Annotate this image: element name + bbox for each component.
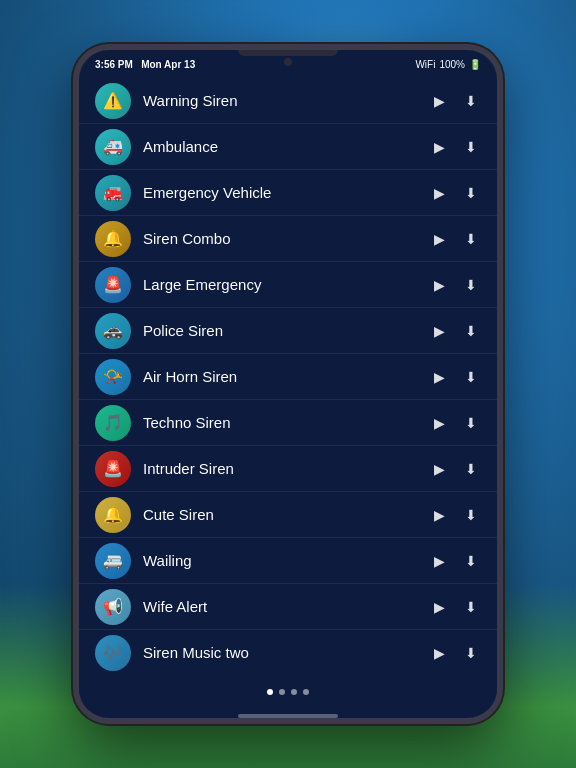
dot-0[interactable] [267, 689, 273, 695]
item-icon-police-siren: 🚓 [95, 313, 131, 349]
item-icon-techno-siren: 🎵 [95, 405, 131, 441]
bottom-bar [79, 674, 497, 710]
list-item-warning-siren[interactable]: ⚠️ Warning Siren ▶ ⬇ [79, 78, 497, 124]
item-label-wife-alert: Wife Alert [143, 598, 430, 615]
list-item-intruder-siren[interactable]: 🚨 Intruder Siren ▶ ⬇ [79, 446, 497, 492]
sound-list: ⚠️ Warning Siren ▶ ⬇ 🚑 Ambulance ▶ ⬇ 🚒 E… [79, 78, 497, 674]
list-item-large-emergency[interactable]: 🚨 Large Emergency ▶ ⬇ [79, 262, 497, 308]
dot-3[interactable] [303, 689, 309, 695]
list-item-siren-music-two[interactable]: 🎶 Siren Music two ▶ ⬇ [79, 630, 497, 674]
dot-2[interactable] [291, 689, 297, 695]
item-actions-warning-siren: ▶ ⬇ [430, 89, 481, 113]
item-icon-siren-music-two: 🎶 [95, 635, 131, 671]
list-item-cute-siren[interactable]: 🔔 Cute Siren ▶ ⬇ [79, 492, 497, 538]
download-button-warning-siren[interactable]: ⬇ [461, 89, 481, 113]
play-button-siren-combo[interactable]: ▶ [430, 227, 449, 251]
play-button-large-emergency[interactable]: ▶ [430, 273, 449, 297]
download-button-techno-siren[interactable]: ⬇ [461, 411, 481, 435]
item-actions-cute-siren: ▶ ⬇ [430, 503, 481, 527]
device-frame: 3:56 PM Mon Apr 13 WiFi 100% 🔋 ⚠️ Warnin… [73, 44, 503, 724]
item-icon-wife-alert: 📢 [95, 589, 131, 625]
download-button-siren-combo[interactable]: ⬇ [461, 227, 481, 251]
item-label-cute-siren: Cute Siren [143, 506, 430, 523]
item-actions-emergency-vehicle: ▶ ⬇ [430, 181, 481, 205]
screen: ⚠️ Warning Siren ▶ ⬇ 🚑 Ambulance ▶ ⬇ 🚒 E… [79, 78, 497, 718]
play-button-wailing[interactable]: ▶ [430, 549, 449, 573]
play-button-emergency-vehicle[interactable]: ▶ [430, 181, 449, 205]
play-button-police-siren[interactable]: ▶ [430, 319, 449, 343]
list-item-police-siren[interactable]: 🚓 Police Siren ▶ ⬇ [79, 308, 497, 354]
play-button-air-horn-siren[interactable]: ▶ [430, 365, 449, 389]
item-label-emergency-vehicle: Emergency Vehicle [143, 184, 430, 201]
item-actions-siren-combo: ▶ ⬇ [430, 227, 481, 251]
item-icon-wailing: 🚐 [95, 543, 131, 579]
download-button-police-siren[interactable]: ⬇ [461, 319, 481, 343]
list-item-siren-combo[interactable]: 🔔 Siren Combo ▶ ⬇ [79, 216, 497, 262]
item-label-police-siren: Police Siren [143, 322, 430, 339]
status-indicators: WiFi 100% 🔋 [415, 59, 481, 70]
item-actions-wife-alert: ▶ ⬇ [430, 595, 481, 619]
home-indicator [238, 714, 338, 718]
item-label-siren-combo: Siren Combo [143, 230, 430, 247]
item-actions-wailing: ▶ ⬇ [430, 549, 481, 573]
list-item-ambulance[interactable]: 🚑 Ambulance ▶ ⬇ [79, 124, 497, 170]
item-label-ambulance: Ambulance [143, 138, 430, 155]
item-actions-intruder-siren: ▶ ⬇ [430, 457, 481, 481]
play-button-ambulance[interactable]: ▶ [430, 135, 449, 159]
item-icon-siren-combo: 🔔 [95, 221, 131, 257]
download-button-air-horn-siren[interactable]: ⬇ [461, 365, 481, 389]
status-time-date: 3:56 PM Mon Apr 13 [95, 59, 195, 70]
item-actions-techno-siren: ▶ ⬇ [430, 411, 481, 435]
list-item-wife-alert[interactable]: 📢 Wife Alert ▶ ⬇ [79, 584, 497, 630]
battery-icon: 🔋 [469, 59, 481, 70]
download-button-ambulance[interactable]: ⬇ [461, 135, 481, 159]
item-label-siren-music-two: Siren Music two [143, 644, 430, 661]
item-label-intruder-siren: Intruder Siren [143, 460, 430, 477]
status-bar: 3:56 PM Mon Apr 13 WiFi 100% 🔋 [79, 50, 497, 78]
item-icon-intruder-siren: 🚨 [95, 451, 131, 487]
item-label-warning-siren: Warning Siren [143, 92, 430, 109]
play-button-cute-siren[interactable]: ▶ [430, 503, 449, 527]
play-button-intruder-siren[interactable]: ▶ [430, 457, 449, 481]
download-button-intruder-siren[interactable]: ⬇ [461, 457, 481, 481]
item-actions-air-horn-siren: ▶ ⬇ [430, 365, 481, 389]
list-item-emergency-vehicle[interactable]: 🚒 Emergency Vehicle ▶ ⬇ [79, 170, 497, 216]
item-actions-ambulance: ▶ ⬇ [430, 135, 481, 159]
item-actions-siren-music-two: ▶ ⬇ [430, 641, 481, 665]
play-button-wife-alert[interactable]: ▶ [430, 595, 449, 619]
item-icon-emergency-vehicle: 🚒 [95, 175, 131, 211]
list-item-techno-siren[interactable]: 🎵 Techno Siren ▶ ⬇ [79, 400, 497, 446]
item-actions-police-siren: ▶ ⬇ [430, 319, 481, 343]
play-button-siren-music-two[interactable]: ▶ [430, 641, 449, 665]
download-button-wailing[interactable]: ⬇ [461, 549, 481, 573]
play-button-warning-siren[interactable]: ▶ [430, 89, 449, 113]
wifi-icon: WiFi [415, 59, 435, 70]
item-label-air-horn-siren: Air Horn Siren [143, 368, 430, 385]
item-icon-warning-siren: ⚠️ [95, 83, 131, 119]
list-item-wailing[interactable]: 🚐 Wailing ▶ ⬇ [79, 538, 497, 584]
item-label-large-emergency: Large Emergency [143, 276, 430, 293]
list-item-air-horn-siren[interactable]: 📯 Air Horn Siren ▶ ⬇ [79, 354, 497, 400]
download-button-cute-siren[interactable]: ⬇ [461, 503, 481, 527]
download-button-large-emergency[interactable]: ⬇ [461, 273, 481, 297]
dot-1[interactable] [279, 689, 285, 695]
download-button-emergency-vehicle[interactable]: ⬇ [461, 181, 481, 205]
item-label-wailing: Wailing [143, 552, 430, 569]
item-icon-ambulance: 🚑 [95, 129, 131, 165]
item-icon-cute-siren: 🔔 [95, 497, 131, 533]
item-icon-large-emergency: 🚨 [95, 267, 131, 303]
download-button-wife-alert[interactable]: ⬇ [461, 595, 481, 619]
download-button-siren-music-two[interactable]: ⬇ [461, 641, 481, 665]
play-button-techno-siren[interactable]: ▶ [430, 411, 449, 435]
item-icon-air-horn-siren: 📯 [95, 359, 131, 395]
item-actions-large-emergency: ▶ ⬇ [430, 273, 481, 297]
battery-level: 100% [439, 59, 465, 70]
item-label-techno-siren: Techno Siren [143, 414, 430, 431]
